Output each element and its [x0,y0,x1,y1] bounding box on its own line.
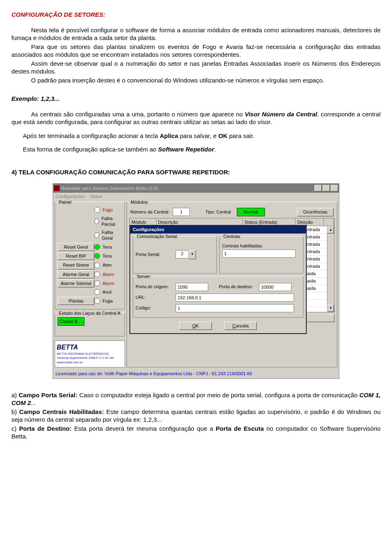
centrais-hab-input[interactable] [222,249,296,258]
table-cell: Entrada [303,263,327,270]
bold: OK [218,132,228,139]
classe-b-badge: Classe B [58,317,85,325]
scroll-header [324,218,334,226]
menubar: Configurações Sobre [53,193,339,200]
app-window: Repetidor para Sistema Supervisório Bett… [53,183,339,379]
bold: Porta de Destino: [19,425,72,432]
painel-item: Alarm [102,280,114,286]
tipo-label: Tipo: Central [205,209,231,215]
num-central-select[interactable]: 1 [173,208,190,216]
chevron-down-icon[interactable]: ▼ [189,250,196,259]
painel-label: Painel [58,199,73,205]
ok-button[interactable]: OOKK [179,322,212,330]
url-input[interactable] [176,294,294,302]
scroll-down-icon[interactable]: ▼ [327,305,334,312]
codigo-input[interactable] [176,304,294,312]
table-cell: Entrada [303,234,327,241]
led-icon [94,280,100,286]
text: a) [11,392,19,398]
example-label: Exemplo: 1,2,3... [11,95,381,103]
paragraph: Nesta tela é possível configurar o softw… [11,26,381,42]
server-label: Server [136,274,151,279]
license-text: Licenciado para uso de: Voith Paper Máqu… [53,369,339,378]
text: Após ter terminada a configuração aciona… [23,132,160,139]
led-icon [94,272,100,277]
betta-sub: BETTA SISTEMAS ELETRÔNICOS [57,352,123,356]
table-cell: Saida [303,278,327,285]
paragraph: Assim deve-se observar qual o a numeraçã… [11,60,381,76]
table-cell: Saida [303,285,327,292]
dialog-title: Configurações [133,227,164,232]
painel-item: Alarm [102,272,114,277]
scroll-up-icon[interactable]: ▲ [327,226,334,234]
table-cell: Saida [303,270,327,278]
scrollbar[interactable]: ▲ ▼ [327,226,334,312]
porta-origem-input[interactable] [176,283,208,291]
table-cell: Entrada [303,241,327,248]
painel-item: Tens [102,244,112,250]
led-icon [94,244,100,250]
reset-sirene-button[interactable]: Reset Sirene [58,261,94,269]
section-4-title: 4) TELA CONFIGURAÇÃO COMUNICAÇÃO PARA SO… [11,168,381,176]
paragraph: Esta forma de configuração aplica-se tam… [23,145,381,154]
painel-item: Tens [102,253,112,259]
porta-serial-combo[interactable]: 2 ▼ [176,250,196,259]
porta-destino-input[interactable] [259,283,292,291]
painel-item: Aten [102,262,112,268]
note-c: c) Porta de Destino: Esta porta deverá t… [11,425,381,441]
led-icon [94,253,100,259]
led-icon [94,289,100,295]
text: As centrais são configuradas uma a uma, … [31,111,245,118]
centrais-label: Centrais [222,234,241,239]
painel-item: Fogo [102,207,113,213]
paragraph: Após ter terminada a configuração aciona… [23,132,381,140]
alarme-setorial-button[interactable]: Alarme Setorial [58,279,94,287]
table-cell [303,307,327,314]
alarme-geral-button[interactable]: Alarme Geral [58,270,94,278]
col-status[interactable]: Status (Entrada) [243,218,296,226]
table-cell: Entrada [303,248,327,256]
com-serial-group: Comunicação Serial Porta Serial: 2 ▼ [133,236,217,274]
minimize-button[interactable]: _ [314,185,322,191]
col-descricao[interactable]: Descrição [156,218,243,226]
app-icon [54,185,60,191]
text: Caso o computador esteja ligado a centra… [78,392,359,398]
config-dialog: Configurações Comunicação Serial Porta S… [130,225,306,334]
led-icon [94,218,99,224]
emphasis: Software Repetidor [158,146,214,153]
menu-configuracoes[interactable]: Configurações [56,194,85,199]
plantas-button[interactable]: Plantas [58,297,94,305]
section-title: CONFIGURAÇÃO DE SETORES: [11,11,381,19]
window-title: Repetidor para Sistema Supervisório Bett… [61,185,314,191]
led-icon [94,207,100,213]
led-icon [94,232,99,238]
text: para salvar, e [178,132,218,139]
reset-geral-button[interactable]: Reset Geral [58,243,94,251]
painel-item: Falha Geral [102,229,122,241]
note-b: b) Campo Centrais Habilitadas: Este camp… [11,408,381,424]
table-cell [303,292,327,300]
col-modulo[interactable]: Módulo [130,218,156,226]
led-icon [94,298,100,304]
titlebar: Repetidor para Sistema Supervisório Bett… [53,184,339,193]
ocorrencias-button[interactable]: Ocorrências [297,208,334,216]
table-header: Módulo Descrição Status (Entrada) Direçã… [129,218,334,226]
table-cell [303,300,327,307]
paragraph: As centrais são configuradas uma a uma, … [11,110,381,126]
table-cell: Entrada [303,256,327,263]
reset-bip-button[interactable]: Reset BIP [58,252,94,260]
cancel-button[interactable]: Cancela [224,322,257,330]
close-button[interactable]: × [331,185,338,191]
status-badge: Normal [237,208,265,216]
porta-serial-label: Porta Serial: [136,251,173,257]
menu-sobre[interactable]: Sobre [90,194,102,199]
com-serial-label: Comunicação Serial [136,234,178,239]
num-central-label: Número da Central: [130,209,169,215]
porta-destino-label: Porta de destino: [219,284,256,289]
col-direcao[interactable]: Direção [296,218,324,226]
maximize-button[interactable]: □ [323,185,330,191]
centrais-hab-label: Centrais habilitadas: [222,243,263,249]
text: Esta porta deverá ter mesma configuração… [71,425,216,432]
text: Esta forma de configuração aplica-se tam… [23,146,158,153]
betta-url: www.betta.com.br [57,361,123,365]
